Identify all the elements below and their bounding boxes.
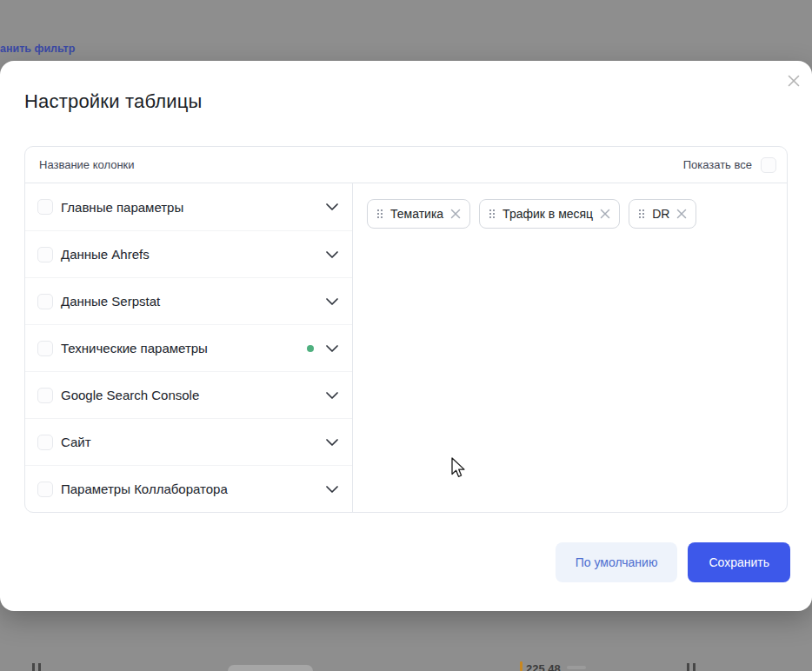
category-row-serpstat[interactable]: Данные Serpstat — [25, 277, 352, 324]
show-all-label: Показать все — [683, 158, 752, 171]
background-table-fragment: 225.48 — [0, 658, 812, 671]
remove-chip-icon[interactable] — [676, 209, 687, 219]
chevron-down-icon[interactable] — [326, 486, 338, 493]
remove-chip-icon[interactable] — [450, 209, 461, 219]
close-icon[interactable] — [785, 72, 802, 90]
chip-label: DR — [652, 207, 669, 221]
chip-label: Трафик в месяц — [503, 207, 593, 221]
text-fragment — [567, 666, 586, 669]
category-row-collaborator-params[interactable]: Параметры Коллаборатора — [25, 465, 352, 512]
chevron-down-icon[interactable] — [326, 251, 338, 258]
category-label: Сайт — [61, 435, 326, 449]
category-checkbox[interactable] — [37, 247, 53, 262]
chevron-down-icon[interactable] — [326, 298, 338, 305]
category-checkbox[interactable] — [37, 199, 53, 215]
chevron-down-icon[interactable] — [326, 203, 338, 210]
drag-handle-icon[interactable] — [638, 209, 644, 219]
category-checkbox[interactable] — [37, 482, 53, 497]
show-all-checkbox[interactable] — [761, 157, 776, 173]
show-all-control: Показать все — [683, 157, 776, 173]
chevron-down-icon[interactable] — [326, 439, 338, 446]
category-checkbox[interactable] — [37, 388, 53, 403]
chevron-down-icon[interactable] — [326, 392, 338, 399]
category-label: Данные Serpstat — [61, 294, 326, 309]
category-list: Главные параметры Данные Ahrefs Данные S… — [25, 183, 353, 512]
selected-columns-panel: Тематика Трафик в месяц — [353, 183, 787, 512]
category-checkbox[interactable] — [37, 294, 53, 309]
save-filter-link[interactable]: анить фильтр — [0, 43, 75, 55]
default-button[interactable]: По умолчанию — [556, 542, 678, 582]
badge-fragment — [228, 665, 313, 671]
category-label: Главные параметры — [61, 200, 326, 215]
remove-chip-icon[interactable] — [600, 209, 610, 219]
save-button[interactable]: Сохранить — [688, 542, 790, 582]
category-checkbox[interactable] — [37, 435, 53, 450]
warning-mark — [520, 661, 522, 671]
modal-footer: По умолчанию Сохранить — [556, 542, 790, 582]
category-row-google-search-console[interactable]: Google Search Console — [25, 371, 352, 418]
text-fragment — [38, 663, 41, 671]
active-indicator-dot — [307, 345, 314, 352]
column-chip-trafik-v-mesyac[interactable]: Трафик в месяц — [479, 199, 620, 229]
category-row-ahrefs[interactable]: Данные Ahrefs — [25, 230, 352, 277]
drag-handle-icon[interactable] — [489, 209, 495, 219]
chevron-down-icon[interactable] — [326, 345, 338, 352]
page-title: Настройки таблицы — [24, 90, 203, 113]
box-header: Название колонки Показать все — [25, 147, 787, 183]
column-chip-dr[interactable]: DR — [629, 199, 696, 229]
category-row-site[interactable]: Сайт — [25, 418, 352, 465]
category-label: Данные Ahrefs — [61, 247, 326, 262]
category-label: Технические параметры — [61, 341, 307, 355]
category-checkbox[interactable] — [37, 341, 53, 356]
column-name-header: Название колонки — [39, 158, 135, 171]
text-fragment — [32, 663, 35, 671]
drag-handle-icon[interactable] — [376, 209, 383, 219]
table-settings-modal: Настройки таблицы Название колонки Показ… — [0, 61, 812, 611]
text-fragment — [687, 663, 689, 671]
category-label: Google Search Console — [61, 388, 326, 402]
metric-value: 225.48 — [526, 662, 561, 671]
category-label: Параметры Коллаборатора — [61, 482, 326, 496]
chip-label: Тематика — [390, 207, 443, 221]
category-row-main-params[interactable]: Главные параметры — [25, 183, 352, 230]
columns-settings-box: Название колонки Показать все Главные па… — [24, 146, 788, 513]
category-row-technical-params[interactable]: Технические параметры — [25, 324, 352, 371]
column-chip-tematika[interactable]: Тематика — [367, 199, 470, 229]
text-fragment — [693, 663, 696, 671]
